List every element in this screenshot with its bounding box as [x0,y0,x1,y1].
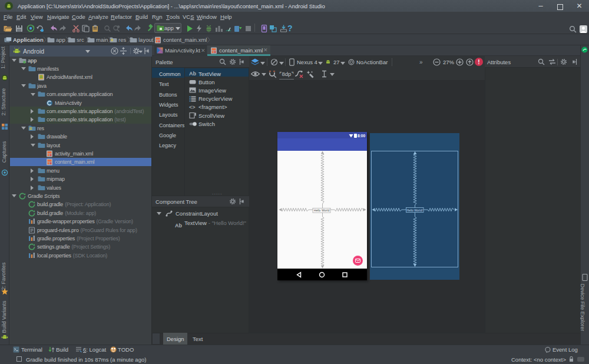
svg-text:Hello World!: Hello World! [406,209,422,212]
svg-text:Hello World: Hello World [314,209,330,212]
